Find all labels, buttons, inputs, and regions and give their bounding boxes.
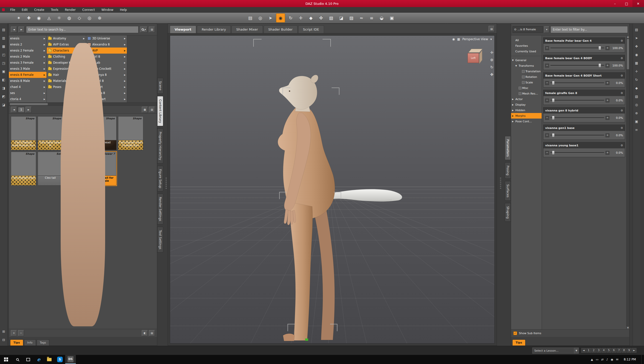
lesson-page-button[interactable]: 8: [622, 348, 626, 353]
slider-thumb[interactable]: [599, 46, 601, 50]
viewport-tab[interactable]: Viewport: [170, 26, 196, 33]
create-sphere-icon[interactable]: ◍: [65, 13, 74, 22]
titlebar[interactable]: DAZ Studio 4.10 Pro – □ ✕: [0, 0, 644, 7]
pane-dock-icon-7[interactable]: ◧: [1, 77, 7, 83]
folder-row[interactable]: ses▶: [9, 90, 47, 96]
decrement-button[interactable]: −: [545, 64, 549, 67]
tray-mail-icon[interactable]: ✉: [616, 358, 618, 361]
gear-icon[interactable]: ⚙: [620, 109, 623, 112]
pane-dock-right-icon-10[interactable]: ◎: [634, 102, 640, 108]
gear-icon[interactable]: ⚙: [620, 144, 623, 147]
subtab[interactable]: Tips: [512, 339, 525, 346]
lesson-page-button[interactable]: 6: [612, 348, 616, 353]
viewport-canvas[interactable]: ◉ ▦ Perspective View ▾ Left ✛ ⊕ ↻ ✥: [170, 35, 495, 344]
puppeteer-icon[interactable]: ◒: [377, 13, 386, 22]
lesson-page-button[interactable]: 9: [627, 348, 631, 353]
pane-dock-right-icon-7[interactable]: ↻: [634, 77, 640, 83]
content-thumbnail[interactable]: Shape Cleo Human head Cheetah Ears: [118, 116, 143, 150]
folder-row[interactable]: enesis 2▶: [9, 41, 47, 48]
pane-dock-icon-10[interactable]: ◪: [1, 102, 7, 108]
current-page[interactable]: 1: [18, 107, 25, 112]
camera-zoom-icon[interactable]: ⊕: [490, 58, 493, 62]
slider-track[interactable]: [550, 98, 604, 103]
lesson-select[interactable]: Select a Lesson... ▼: [532, 348, 579, 354]
menu-item[interactable]: Connect: [79, 8, 98, 12]
menu-item[interactable]: Help: [117, 8, 130, 12]
slider-track[interactable]: [550, 63, 604, 68]
pane-dock-icon-4[interactable]: ◰: [1, 52, 7, 58]
slider-track[interactable]: [550, 46, 604, 50]
camera-dolly-icon[interactable]: ✥: [490, 72, 493, 77]
subtab[interactable]: Tips: [10, 339, 23, 346]
content-thumbnail[interactable]: Shape Cleo Human head: [11, 152, 36, 186]
internet-explorer-icon[interactable]: e: [33, 355, 44, 364]
pane-options-button[interactable]: ▤: [149, 27, 155, 33]
content-thumbnail[interactable]: Set Cleo tail: [38, 152, 63, 186]
parameters-nav-item[interactable]: ▶Hidden: [511, 107, 542, 113]
view-selector-label[interactable]: Perspective View: [462, 37, 488, 41]
spot-render-tool-icon[interactable]: ◪: [337, 13, 346, 22]
tray-sync-icon[interactable]: ⇄: [601, 358, 604, 361]
hscrollbar-thumb[interactable]: [10, 103, 48, 105]
parameters-nav-item[interactable]: Scale: [511, 80, 542, 85]
slider-value[interactable]: 100.0%: [611, 47, 623, 50]
folder-row[interactable]: enesis 8 Female▶: [9, 72, 47, 78]
folder-row[interactable]: ctoria 4▶: [9, 96, 47, 102]
pane-dock-right-icon-9[interactable]: ▧: [634, 93, 640, 99]
pager-prev-button[interactable]: ◄: [581, 348, 586, 353]
lesson-page-button[interactable]: 3: [596, 348, 601, 353]
pane-tab[interactable]: Shaping: [505, 203, 511, 222]
viewport-pane-menu-icon[interactable]: ▤: [489, 26, 495, 32]
file-explorer-icon[interactable]: [44, 355, 55, 364]
parameters-nav-item[interactable]: Misc: [511, 85, 542, 91]
folder-row[interactable]: enesis▶: [9, 35, 47, 41]
render-icon[interactable]: ▨: [347, 13, 356, 22]
create-null-icon[interactable]: ✚: [24, 13, 33, 22]
pane-dock-icon-6[interactable]: ▣: [1, 68, 7, 74]
content-thumbnail[interactable]: Follower ? Short tail for female: [91, 152, 117, 186]
content-thumbnail[interactable]: Shape Cleo Cheetah head Human Ears: [11, 116, 36, 150]
scroll-down-icon[interactable]: ▼: [627, 326, 629, 329]
slider-value[interactable]: 0.0%: [611, 151, 623, 154]
right-splitter[interactable]: [499, 24, 502, 346]
parameters-nav-item[interactable]: Mesh Res...: [511, 91, 542, 96]
pane-dock-icon-12[interactable]: ⊟: [1, 337, 7, 343]
decrement-button[interactable]: −: [545, 99, 549, 102]
gear-icon[interactable]: ⚙: [620, 126, 623, 130]
show-desktop-button[interactable]: [641, 355, 643, 364]
add-button[interactable]: +: [11, 330, 17, 336]
frame-camera-icon[interactable]: ◎: [85, 13, 94, 22]
parameters-nav-item[interactable]: All: [511, 37, 542, 43]
scene-navigator-icon[interactable]: ▤: [246, 13, 255, 22]
decrement-button[interactable]: −: [545, 151, 549, 155]
pane-tab[interactable]: Posing: [505, 162, 511, 179]
pager-next-button[interactable]: ►: [632, 348, 636, 353]
slider-value[interactable]: 0.0%: [611, 99, 623, 102]
task-view-icon[interactable]: [23, 355, 33, 364]
lesson-page-button[interactable]: 1: [586, 348, 591, 353]
view-cube[interactable]: Left: [468, 49, 482, 63]
scrollbar-thumb[interactable]: [627, 39, 629, 69]
smart-content-icon[interactable]: ◎: [256, 13, 265, 22]
folder-row[interactable]: Alexandra 8▶: [86, 41, 127, 48]
taskbar-clock[interactable]: 8:12 PM: [621, 358, 638, 361]
aim-camera-icon[interactable]: ⊕: [95, 13, 104, 22]
surface-selection-tool-icon[interactable]: ▧: [327, 13, 336, 22]
camera-orbit-icon[interactable]: ↻: [490, 65, 493, 70]
parameters-nav-item[interactable]: ▼General: [511, 57, 542, 63]
pane-dock-right-icon-12[interactable]: ▣: [634, 118, 640, 124]
parameters-nav-item[interactable]: ▼Transforms: [511, 63, 542, 69]
parameters-filter-input[interactable]: [550, 26, 628, 33]
parameters-scrollbar[interactable]: ▲ ▼: [626, 35, 629, 329]
folder-row[interactable]: enesis 2 Female▶: [9, 48, 47, 54]
create-cone-icon[interactable]: ◬: [44, 13, 54, 22]
folder-row[interactable]: enesis 3 Male▶: [9, 66, 47, 72]
pane-dock-icon-1[interactable]: ▤: [1, 27, 7, 33]
parameters-nav-item[interactable]: Rotation: [511, 74, 542, 80]
increment-button[interactable]: +: [606, 116, 609, 120]
pane-tab[interactable]: Parameters: [505, 136, 511, 160]
tray-display-icon[interactable]: ▭: [596, 358, 598, 361]
parameters-nav-item[interactable]: ▶Pose Cont...: [511, 119, 542, 124]
slider-track[interactable]: [550, 116, 604, 120]
parameters-nav-item[interactable]: [511, 54, 542, 56]
